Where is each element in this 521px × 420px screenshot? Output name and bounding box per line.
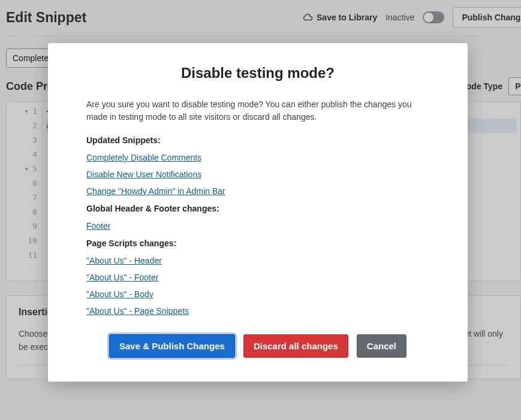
page-scripts-list: "About Us" - Header "About Us" - Footer … [86, 255, 429, 316]
discard-button[interactable]: Discard all changes [243, 334, 348, 358]
global-hf-list: Footer [86, 220, 429, 231]
updated-snippets-list: Completely Disable Comments Disable New … [86, 152, 429, 197]
modal-overlay: Disable testing mode? Are you sure you w… [0, 0, 521, 420]
snippet-link[interactable]: Footer [86, 221, 110, 231]
section-heading-global-hf: Global Header & Footer changes: [86, 204, 429, 213]
modal-title: Disable testing mode? [86, 65, 429, 81]
snippet-link[interactable]: "About Us" - Header [86, 256, 162, 265]
section-heading-updated-snippets: Updated Snippets: [86, 135, 429, 145]
snippet-link[interactable]: "About Us" - Page Snippets [86, 306, 189, 316]
modal-actions: Save & Publish Changes Discard all chang… [86, 334, 429, 358]
snippet-link[interactable]: Completely Disable Comments [86, 153, 201, 162]
snippet-link[interactable]: "About Us" - Body [86, 289, 153, 299]
snippet-link[interactable]: Disable New User Notifications [86, 170, 201, 179]
snippet-link[interactable]: "About Us" - Footer [86, 273, 158, 282]
modal-description: Are you sure you want to disable testing… [86, 98, 429, 123]
save-publish-button[interactable]: Save & Publish Changes [109, 334, 235, 358]
cancel-button[interactable]: Cancel [357, 334, 406, 358]
disable-testing-modal: Disable testing mode? Are you sure you w… [48, 43, 468, 382]
snippet-link[interactable]: Change "Howdy Admin" in Admin Bar [86, 186, 225, 196]
section-heading-page-scripts: Page Scripts changes: [86, 238, 429, 248]
